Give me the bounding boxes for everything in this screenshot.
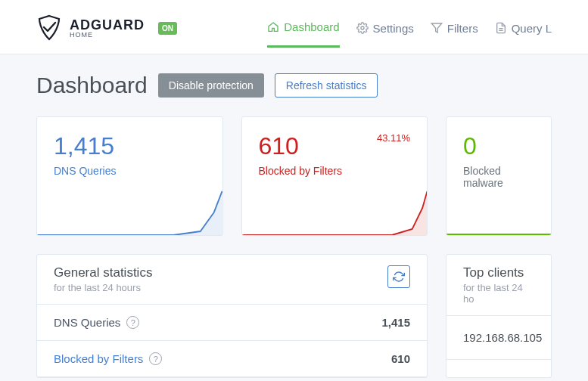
brand[interactable]: ADGUARD HOME ON xyxy=(36,14,177,42)
row2: General statistics for the last 24 hours… xyxy=(36,254,552,378)
brand-sub: HOME xyxy=(70,32,145,39)
client-row[interactable]: 192.168.68.105 xyxy=(446,316,551,360)
top-clients-card: Top clients for the last 24 ho 192.168.6… xyxy=(446,254,552,378)
refresh-stats-button[interactable]: Refresh statistics xyxy=(275,73,378,98)
sparkline-icon xyxy=(242,190,428,235)
document-icon xyxy=(495,22,507,34)
malware-label: Blocked malware xyxy=(463,165,534,189)
brand-name: ADGUARD xyxy=(70,18,145,32)
dns-label: DNS Queries xyxy=(54,165,206,177)
adguard-shield-icon xyxy=(36,14,62,42)
sparkline-icon xyxy=(446,190,551,235)
page-title: Dashboard xyxy=(36,73,148,98)
stats-header: General statistics for the last 24 hours xyxy=(37,255,427,305)
blocked-label: Blocked by Filters xyxy=(259,165,411,177)
nav-filters-label: Filters xyxy=(447,22,478,35)
nav-dashboard[interactable]: Dashboard xyxy=(267,20,339,48)
stats-title: General statistics xyxy=(54,265,152,280)
nav-settings[interactable]: Settings xyxy=(356,22,414,47)
nav-querylog-label: Query L xyxy=(512,22,552,35)
stats-subtitle: for the last 24 hours xyxy=(54,282,152,293)
nav-settings-label: Settings xyxy=(373,22,414,35)
help-icon[interactable]: ? xyxy=(149,352,162,365)
metric-cards: 1,415 DNS Queries 43.11% 610 Blocked by … xyxy=(36,116,552,236)
general-stats-card: General statistics for the last 24 hours… xyxy=(36,254,428,378)
nav-dashboard-label: Dashboard xyxy=(284,20,339,33)
card-blocked-filters[interactable]: 43.11% 610 Blocked by Filters xyxy=(241,116,428,236)
clients-header: Top clients for the last 24 ho xyxy=(446,255,551,316)
stat-dns-val: 1,415 xyxy=(381,316,410,329)
stat-blocked-val: 610 xyxy=(391,352,410,365)
refresh-icon xyxy=(393,271,405,283)
svg-marker-1 xyxy=(431,23,441,33)
client-ip: 192.168.68.105 xyxy=(463,331,542,344)
nav: Dashboard Settings Filters Query L xyxy=(267,20,552,36)
stat-blocked-label[interactable]: Blocked by Filters xyxy=(54,352,143,365)
card-dns-queries[interactable]: 1,415 DNS Queries xyxy=(36,116,223,236)
stat-row-dns: DNS Queries ? 1,415 xyxy=(37,305,427,341)
sparkline-icon xyxy=(37,190,222,235)
filter-icon xyxy=(431,22,443,34)
stat-dns-label: DNS Queries xyxy=(54,316,120,329)
clients-subtitle: for the last 24 ho xyxy=(463,282,534,305)
dns-value: 1,415 xyxy=(54,132,206,160)
disable-protection-button[interactable]: Disable protection xyxy=(158,73,264,98)
nav-filters[interactable]: Filters xyxy=(431,22,478,47)
nav-querylog[interactable]: Query L xyxy=(495,22,552,47)
page: Dashboard Disable protection Refresh sta… xyxy=(0,54,588,381)
status-badge: ON xyxy=(158,22,177,35)
home-icon xyxy=(267,21,279,33)
clients-title: Top clients xyxy=(463,265,534,280)
refresh-icon-button[interactable] xyxy=(387,265,410,288)
help-icon[interactable]: ? xyxy=(126,316,139,329)
header: ADGUARD HOME ON Dashboard Settings Filte… xyxy=(0,0,588,54)
svg-point-0 xyxy=(361,26,364,29)
blocked-pct: 43.11% xyxy=(377,132,410,144)
malware-value: 0 xyxy=(463,132,534,160)
card-blocked-malware[interactable]: 0 Blocked malware xyxy=(446,116,552,236)
stat-row-blocked: Blocked by Filters ? 610 xyxy=(37,341,427,377)
title-row: Dashboard Disable protection Refresh sta… xyxy=(36,73,552,98)
gear-icon xyxy=(356,22,369,34)
